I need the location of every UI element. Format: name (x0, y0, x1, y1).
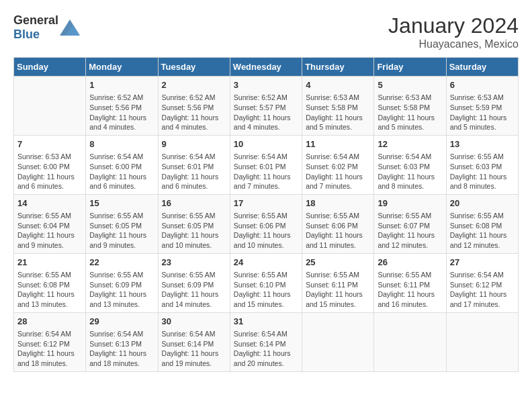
day-number: 18 (306, 197, 370, 210)
calendar-body: 1Sunrise: 6:52 AM Sunset: 5:56 PM Daylig… (14, 77, 519, 372)
day-number: 24 (234, 257, 298, 269)
calendar-cell: 3Sunrise: 6:52 AM Sunset: 5:57 PM Daylig… (230, 77, 302, 136)
title-block: January 2024 Huayacanes, Mexico (388, 13, 519, 50)
day-number: 9 (162, 138, 226, 150)
day-info: Sunrise: 6:54 AM Sunset: 6:12 PM Dayligh… (450, 270, 515, 310)
day-info: Sunrise: 6:54 AM Sunset: 6:00 PM Dayligh… (89, 152, 154, 191)
calendar-subtitle: Huayacanes, Mexico (388, 38, 519, 50)
day-number: 28 (17, 316, 82, 328)
header-tuesday: Tuesday (158, 58, 230, 77)
day-info: Sunrise: 6:54 AM Sunset: 6:12 PM Dayligh… (17, 329, 82, 369)
day-number: 14 (17, 197, 82, 210)
calendar-week-5: 28Sunrise: 6:54 AM Sunset: 6:12 PM Dayli… (14, 312, 519, 371)
calendar-cell (302, 312, 374, 371)
calendar-week-2: 7Sunrise: 6:53 AM Sunset: 6:00 PM Daylig… (14, 135, 519, 194)
calendar-cell: 23Sunrise: 6:55 AM Sunset: 6:09 PM Dayli… (158, 253, 230, 312)
day-number: 21 (17, 257, 82, 269)
day-number: 26 (378, 257, 442, 269)
header-friday: Friday (374, 58, 446, 77)
calendar-cell: 2Sunrise: 6:52 AM Sunset: 5:56 PM Daylig… (158, 77, 230, 136)
day-number: 7 (17, 138, 82, 150)
calendar-cell: 7Sunrise: 6:53 AM Sunset: 6:00 PM Daylig… (14, 135, 86, 194)
header-thursday: Thursday (302, 58, 374, 77)
header-row: Sunday Monday Tuesday Wednesday Thursday… (14, 58, 519, 77)
logo-text: General Blue (13, 13, 58, 42)
day-info: Sunrise: 6:52 AM Sunset: 5:56 PM Dayligh… (162, 93, 226, 132)
day-number: 25 (306, 257, 370, 269)
day-info: Sunrise: 6:54 AM Sunset: 6:03 PM Dayligh… (378, 152, 442, 191)
calendar-cell (374, 312, 446, 371)
calendar-cell: 15Sunrise: 6:55 AM Sunset: 6:05 PM Dayli… (86, 194, 158, 253)
calendar-cell: 25Sunrise: 6:55 AM Sunset: 6:11 PM Dayli… (302, 253, 374, 312)
day-info: Sunrise: 6:55 AM Sunset: 6:05 PM Dayligh… (89, 211, 154, 250)
day-number: 3 (234, 79, 298, 91)
day-info: Sunrise: 6:55 AM Sunset: 6:10 PM Dayligh… (234, 270, 298, 310)
day-info: Sunrise: 6:55 AM Sunset: 6:09 PM Dayligh… (89, 270, 154, 310)
calendar-cell: 12Sunrise: 6:54 AM Sunset: 6:03 PM Dayli… (374, 135, 446, 194)
day-info: Sunrise: 6:53 AM Sunset: 5:58 PM Dayligh… (306, 93, 370, 132)
day-info: Sunrise: 6:55 AM Sunset: 6:09 PM Dayligh… (162, 270, 226, 310)
day-number: 12 (378, 138, 442, 150)
calendar-cell: 4Sunrise: 6:53 AM Sunset: 5:58 PM Daylig… (302, 77, 374, 136)
day-number: 8 (89, 138, 154, 150)
calendar-cell: 9Sunrise: 6:54 AM Sunset: 6:01 PM Daylig… (158, 135, 230, 194)
day-number: 17 (234, 197, 298, 210)
day-number: 16 (162, 197, 226, 210)
calendar-cell: 14Sunrise: 6:55 AM Sunset: 6:04 PM Dayli… (14, 194, 86, 253)
calendar-cell: 21Sunrise: 6:55 AM Sunset: 6:08 PM Dayli… (14, 253, 86, 312)
calendar-cell (14, 77, 86, 136)
day-number: 22 (89, 257, 154, 269)
day-info: Sunrise: 6:54 AM Sunset: 6:14 PM Dayligh… (234, 329, 298, 369)
day-info: Sunrise: 6:55 AM Sunset: 6:04 PM Dayligh… (17, 211, 82, 250)
day-number: 15 (89, 197, 154, 210)
day-info: Sunrise: 6:54 AM Sunset: 6:01 PM Dayligh… (234, 152, 298, 191)
day-info: Sunrise: 6:53 AM Sunset: 6:00 PM Dayligh… (17, 152, 82, 191)
calendar-cell: 6Sunrise: 6:53 AM Sunset: 5:59 PM Daylig… (446, 77, 518, 136)
day-number: 27 (450, 257, 515, 269)
day-number: 31 (234, 316, 298, 328)
day-info: Sunrise: 6:54 AM Sunset: 6:13 PM Dayligh… (89, 329, 154, 369)
day-info: Sunrise: 6:54 AM Sunset: 6:01 PM Dayligh… (162, 152, 226, 191)
calendar-week-4: 21Sunrise: 6:55 AM Sunset: 6:08 PM Dayli… (14, 253, 519, 312)
day-number: 20 (450, 197, 515, 210)
day-number: 30 (162, 316, 226, 328)
day-info: Sunrise: 6:55 AM Sunset: 6:08 PM Dayligh… (450, 211, 515, 250)
logo-blue: Blue (13, 28, 40, 41)
calendar-cell: 19Sunrise: 6:55 AM Sunset: 6:07 PM Dayli… (374, 194, 446, 253)
calendar-cell: 1Sunrise: 6:52 AM Sunset: 5:56 PM Daylig… (86, 77, 158, 136)
calendar-cell (446, 312, 518, 371)
day-info: Sunrise: 6:53 AM Sunset: 5:59 PM Dayligh… (450, 93, 515, 132)
calendar-cell: 13Sunrise: 6:55 AM Sunset: 6:03 PM Dayli… (446, 135, 518, 194)
calendar-cell: 27Sunrise: 6:54 AM Sunset: 6:12 PM Dayli… (446, 253, 518, 312)
calendar-cell: 26Sunrise: 6:55 AM Sunset: 6:11 PM Dayli… (374, 253, 446, 312)
day-info: Sunrise: 6:55 AM Sunset: 6:06 PM Dayligh… (234, 211, 298, 250)
day-info: Sunrise: 6:55 AM Sunset: 6:05 PM Dayligh… (162, 211, 226, 250)
day-number: 29 (89, 316, 154, 328)
day-info: Sunrise: 6:55 AM Sunset: 6:11 PM Dayligh… (378, 270, 442, 310)
day-number: 6 (450, 79, 515, 91)
calendar-cell: 20Sunrise: 6:55 AM Sunset: 6:08 PM Dayli… (446, 194, 518, 253)
day-info: Sunrise: 6:54 AM Sunset: 6:14 PM Dayligh… (162, 329, 226, 369)
calendar-cell: 28Sunrise: 6:54 AM Sunset: 6:12 PM Dayli… (14, 312, 86, 371)
day-info: Sunrise: 6:55 AM Sunset: 6:06 PM Dayligh… (306, 211, 370, 250)
calendar-cell: 16Sunrise: 6:55 AM Sunset: 6:05 PM Dayli… (158, 194, 230, 253)
calendar-cell: 17Sunrise: 6:55 AM Sunset: 6:06 PM Dayli… (230, 194, 302, 253)
day-number: 19 (378, 197, 442, 210)
day-number: 4 (306, 79, 370, 91)
logo: General Blue (13, 13, 80, 42)
calendar-cell: 31Sunrise: 6:54 AM Sunset: 6:14 PM Dayli… (230, 312, 302, 371)
day-info: Sunrise: 6:53 AM Sunset: 5:58 PM Dayligh… (378, 93, 442, 132)
calendar-cell: 22Sunrise: 6:55 AM Sunset: 6:09 PM Dayli… (86, 253, 158, 312)
header-sunday: Sunday (14, 58, 86, 77)
day-number: 23 (162, 257, 226, 269)
header-saturday: Saturday (446, 58, 518, 77)
calendar-cell: 5Sunrise: 6:53 AM Sunset: 5:58 PM Daylig… (374, 77, 446, 136)
calendar-header: Sunday Monday Tuesday Wednesday Thursday… (14, 58, 519, 77)
calendar-cell: 11Sunrise: 6:54 AM Sunset: 6:02 PM Dayli… (302, 135, 374, 194)
day-number: 10 (234, 138, 298, 150)
calendar-cell: 8Sunrise: 6:54 AM Sunset: 6:00 PM Daylig… (86, 135, 158, 194)
day-number: 13 (450, 138, 515, 150)
day-info: Sunrise: 6:55 AM Sunset: 6:07 PM Dayligh… (378, 211, 442, 250)
day-number: 1 (89, 79, 154, 91)
header-wednesday: Wednesday (230, 58, 302, 77)
